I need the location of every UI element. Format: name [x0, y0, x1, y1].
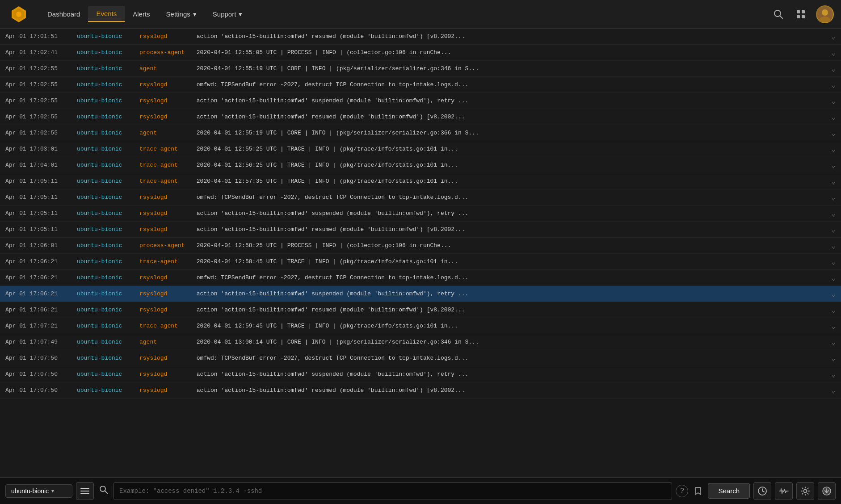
nav-right — [771, 5, 834, 23]
help-icon[interactable]: ? — [676, 485, 688, 497]
settings-icon-btn[interactable] — [796, 482, 814, 500]
log-expand-icon[interactable]: ⌄ — [831, 209, 836, 218]
log-host: ubuntu-bionic — [77, 274, 139, 281]
settings-chevron-icon: ▾ — [193, 10, 197, 18]
log-expand-icon[interactable]: ⌄ — [831, 161, 836, 170]
log-expand-icon[interactable]: ⌄ — [831, 386, 836, 395]
table-row[interactable]: Apr 01 17:05:11 ubuntu-bionic rsyslogd o… — [0, 189, 841, 206]
log-timestamp: Apr 01 17:03:01 — [5, 146, 77, 152]
log-service: rsyslogd — [139, 33, 193, 40]
log-area: Apr 01 17:01:51 ubuntu-bionic rsyslogd a… — [0, 29, 841, 477]
table-row[interactable]: Apr 01 17:01:51 ubuntu-bionic rsyslogd a… — [0, 29, 841, 45]
log-message: 2020-04-01 12:55:19 UTC | CORE | INFO | … — [193, 65, 828, 72]
log-expand-icon[interactable]: ⌄ — [831, 370, 836, 379]
log-message: 2020-04-01 12:59:45 UTC | TRACE | INFO |… — [193, 323, 828, 329]
log-expand-icon[interactable]: ⌄ — [831, 113, 836, 122]
log-timestamp: Apr 01 17:06:21 — [5, 258, 77, 265]
table-row[interactable]: Apr 01 17:06:01 ubuntu-bionic process-ag… — [0, 238, 841, 254]
support-chevron-icon: ▾ — [239, 10, 242, 18]
log-expand-icon[interactable]: ⌄ — [831, 177, 836, 186]
table-row[interactable]: Apr 01 17:07:50 ubuntu-bionic rsyslogd o… — [0, 350, 841, 366]
host-selector[interactable]: ubuntu-bionic ▾ — [5, 484, 72, 498]
log-expand-icon[interactable]: ⌄ — [831, 241, 836, 250]
log-host: ubuntu-bionic — [77, 355, 139, 361]
download-icon-btn[interactable] — [818, 482, 836, 500]
table-row[interactable]: Apr 01 17:07:50 ubuntu-bionic rsyslogd a… — [0, 366, 841, 382]
log-expand-icon[interactable]: ⌄ — [831, 145, 836, 154]
svg-rect-6 — [802, 10, 805, 13]
logo[interactable] — [7, 3, 30, 26]
log-message: action 'action-15-builtin:omfwd' resumed… — [193, 226, 828, 233]
table-row[interactable]: Apr 01 17:02:55 ubuntu-bionic rsyslogd a… — [0, 109, 841, 125]
log-timestamp: Apr 01 17:05:11 — [5, 210, 77, 217]
log-message: action 'action-15-builtin:omfwd' suspend… — [193, 97, 828, 104]
log-expand-icon[interactable]: ⌄ — [831, 129, 836, 138]
nav-alerts[interactable]: Alerts — [125, 7, 158, 21]
log-host: ubuntu-bionic — [77, 194, 139, 201]
table-row[interactable]: Apr 01 17:02:55 ubuntu-bionic agent 2020… — [0, 125, 841, 141]
log-timestamp: Apr 01 17:06:21 — [5, 307, 77, 313]
log-expand-icon[interactable]: ⌄ — [831, 273, 836, 282]
log-service: rsyslogd — [139, 387, 193, 394]
log-message: action 'action-15-builtin:omfwd' suspend… — [193, 371, 828, 378]
search-button[interactable]: Search — [708, 483, 750, 499]
log-expand-icon[interactable]: ⌄ — [831, 225, 836, 234]
log-message: 2020-04-01 12:57:35 UTC | TRACE | INFO |… — [193, 178, 828, 185]
table-row[interactable]: Apr 01 17:05:11 ubuntu-bionic trace-agen… — [0, 173, 841, 189]
nav-events[interactable]: Events — [88, 6, 125, 22]
log-expand-icon[interactable]: ⌄ — [831, 290, 836, 298]
log-expand-icon[interactable]: ⌄ — [831, 80, 836, 89]
log-service: rsyslogd — [139, 97, 193, 104]
search-icon-btn[interactable] — [771, 7, 786, 21]
search-input[interactable] — [118, 484, 668, 498]
log-expand-icon[interactable]: ⌄ — [831, 48, 836, 57]
log-timestamp: Apr 01 17:04:01 — [5, 162, 77, 168]
nav-dashboard[interactable]: Dashboard — [39, 7, 88, 21]
log-service: trace-agent — [139, 323, 193, 329]
table-row[interactable]: Apr 01 17:05:11 ubuntu-bionic rsyslogd a… — [0, 206, 841, 222]
log-expand-icon[interactable]: ⌄ — [831, 306, 836, 315]
nav-support[interactable]: Support ▾ — [205, 7, 251, 22]
log-expand-icon[interactable]: ⌄ — [831, 97, 836, 105]
table-row[interactable]: Apr 01 17:05:11 ubuntu-bionic rsyslogd a… — [0, 222, 841, 238]
log-service: trace-agent — [139, 258, 193, 265]
table-row[interactable]: Apr 01 17:02:55 ubuntu-bionic rsyslogd a… — [0, 93, 841, 109]
bottombar: ubuntu-bionic ▾ ? Search — [0, 477, 841, 504]
table-row[interactable]: Apr 01 17:02:55 ubuntu-bionic agent 2020… — [0, 61, 841, 77]
log-host: ubuntu-bionic — [77, 65, 139, 72]
table-row[interactable]: Apr 01 17:02:55 ubuntu-bionic rsyslogd o… — [0, 77, 841, 93]
table-row[interactable]: Apr 01 17:03:01 ubuntu-bionic trace-agen… — [0, 141, 841, 157]
table-row[interactable]: Apr 01 17:02:41 ubuntu-bionic process-ag… — [0, 45, 841, 61]
host-selector-arrow-icon: ▾ — [51, 488, 54, 494]
menu-button[interactable] — [76, 482, 94, 500]
svg-rect-8 — [802, 15, 805, 18]
table-row[interactable]: Apr 01 17:06:21 ubuntu-bionic trace-agen… — [0, 254, 841, 270]
log-expand-icon[interactable]: ⌄ — [831, 322, 836, 331]
grid-icon-btn[interactable] — [794, 7, 808, 21]
log-host: ubuntu-bionic — [77, 371, 139, 378]
nav-settings[interactable]: Settings ▾ — [158, 7, 205, 22]
table-row[interactable]: Apr 01 17:07:21 ubuntu-bionic trace-agen… — [0, 318, 841, 334]
table-row[interactable]: Apr 01 17:07:49 ubuntu-bionic agent 2020… — [0, 334, 841, 350]
log-service: rsyslogd — [139, 194, 193, 201]
log-timestamp: Apr 01 17:05:11 — [5, 194, 77, 201]
history-icon-btn[interactable] — [753, 482, 771, 500]
table-row[interactable]: Apr 01 17:06:21 ubuntu-bionic rsyslogd a… — [0, 302, 841, 318]
log-message: action 'action-15-builtin:omfwd' suspend… — [193, 290, 828, 297]
table-row[interactable]: Apr 01 17:06:21 ubuntu-bionic rsyslogd a… — [0, 286, 841, 302]
log-expand-icon[interactable]: ⌄ — [831, 354, 836, 363]
waveform-icon-btn[interactable] — [775, 482, 793, 500]
table-row[interactable]: Apr 01 17:07:50 ubuntu-bionic rsyslogd a… — [0, 382, 841, 399]
log-expand-icon[interactable]: ⌄ — [831, 257, 836, 266]
table-row[interactable]: Apr 01 17:06:21 ubuntu-bionic rsyslogd o… — [0, 270, 841, 286]
log-host: ubuntu-bionic — [77, 258, 139, 265]
log-message: omfwd: TCPSendBuf error -2027, destruct … — [193, 274, 828, 281]
log-expand-icon[interactable]: ⌄ — [831, 193, 836, 202]
log-expand-icon[interactable]: ⌄ — [831, 338, 836, 347]
log-expand-icon[interactable]: ⌄ — [831, 32, 836, 41]
table-row[interactable]: Apr 01 17:04:01 ubuntu-bionic trace-agen… — [0, 157, 841, 173]
user-avatar[interactable] — [816, 5, 834, 23]
bookmark-icon[interactable] — [692, 485, 704, 497]
log-host: ubuntu-bionic — [77, 387, 139, 394]
log-expand-icon[interactable]: ⌄ — [831, 64, 836, 73]
